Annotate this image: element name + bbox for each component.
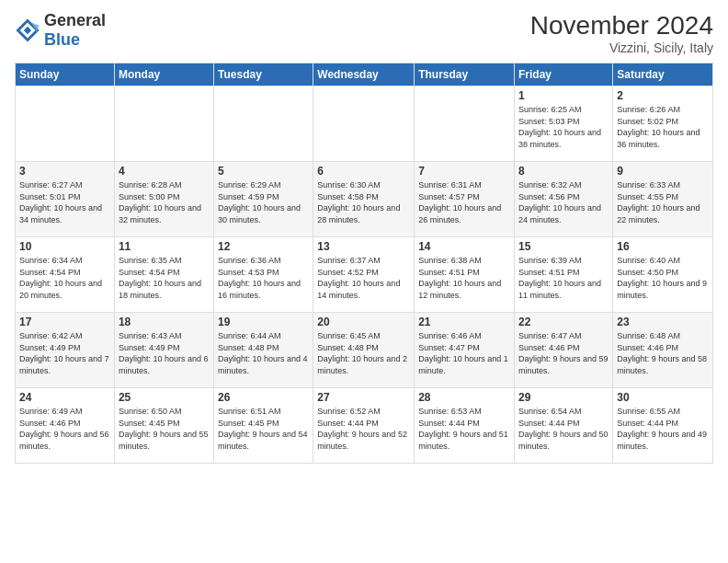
day-cell: 28Sunrise: 6:53 AM Sunset: 4:44 PM Dayli…	[415, 388, 515, 464]
day-number: 20	[317, 316, 410, 328]
col-wednesday: Wednesday	[313, 63, 415, 86]
day-info: Sunrise: 6:36 AM Sunset: 4:53 PM Dayligh…	[218, 255, 309, 301]
location-subtitle: Vizzini, Sicily, Italy	[530, 40, 713, 55]
day-info: Sunrise: 6:48 AM Sunset: 4:46 PM Dayligh…	[617, 330, 709, 376]
day-cell: 5Sunrise: 6:29 AM Sunset: 4:59 PM Daylig…	[214, 162, 313, 237]
day-cell: 27Sunrise: 6:52 AM Sunset: 4:44 PM Dayli…	[313, 388, 415, 464]
month-title: November 2024	[530, 11, 713, 40]
day-number: 30	[617, 391, 709, 404]
day-cell: 25Sunrise: 6:50 AM Sunset: 4:45 PM Dayli…	[114, 388, 213, 464]
day-cell: 20Sunrise: 6:45 AM Sunset: 4:48 PM Dayli…	[313, 313, 415, 388]
day-info: Sunrise: 6:26 AM Sunset: 5:02 PM Dayligh…	[617, 104, 709, 150]
day-info: Sunrise: 6:34 AM Sunset: 4:54 PM Dayligh…	[19, 255, 110, 301]
day-info: Sunrise: 6:55 AM Sunset: 4:44 PM Dayligh…	[617, 406, 709, 452]
day-cell: 15Sunrise: 6:39 AM Sunset: 4:51 PM Dayli…	[515, 237, 613, 313]
day-cell: 17Sunrise: 6:42 AM Sunset: 4:49 PM Dayli…	[16, 313, 115, 388]
day-cell: 11Sunrise: 6:35 AM Sunset: 4:54 PM Dayli…	[114, 237, 213, 313]
day-number: 3	[19, 165, 110, 178]
logo-text: General Blue	[44, 11, 106, 50]
day-number: 8	[518, 165, 609, 178]
day-cell: 18Sunrise: 6:43 AM Sunset: 4:49 PM Dayli…	[114, 313, 213, 388]
day-number: 14	[418, 240, 510, 253]
day-info: Sunrise: 6:30 AM Sunset: 4:58 PM Dayligh…	[317, 179, 410, 225]
day-cell: 24Sunrise: 6:49 AM Sunset: 4:46 PM Dayli…	[16, 388, 115, 464]
day-cell: 16Sunrise: 6:40 AM Sunset: 4:50 PM Dayli…	[613, 237, 713, 313]
week-row-5: 24Sunrise: 6:49 AM Sunset: 4:46 PM Dayli…	[16, 388, 713, 464]
day-number: 10	[19, 240, 110, 253]
day-info: Sunrise: 6:31 AM Sunset: 4:57 PM Dayligh…	[418, 179, 510, 225]
logo-icon	[15, 17, 40, 43]
day-cell: 14Sunrise: 6:38 AM Sunset: 4:51 PM Dayli…	[415, 237, 515, 313]
day-number: 23	[617, 316, 709, 328]
day-info: Sunrise: 6:47 AM Sunset: 4:46 PM Dayligh…	[518, 330, 609, 376]
day-number: 7	[418, 165, 510, 178]
day-cell: 22Sunrise: 6:47 AM Sunset: 4:46 PM Dayli…	[515, 313, 613, 388]
calendar: Sunday Monday Tuesday Wednesday Thursday…	[15, 63, 713, 464]
day-info: Sunrise: 6:35 AM Sunset: 4:54 PM Dayligh…	[119, 255, 210, 301]
week-row-4: 17Sunrise: 6:42 AM Sunset: 4:49 PM Dayli…	[16, 313, 713, 388]
day-cell: 21Sunrise: 6:46 AM Sunset: 4:47 PM Dayli…	[415, 313, 515, 388]
day-cell: 7Sunrise: 6:31 AM Sunset: 4:57 PM Daylig…	[415, 162, 515, 237]
day-info: Sunrise: 6:33 AM Sunset: 4:55 PM Dayligh…	[617, 179, 709, 225]
day-info: Sunrise: 6:40 AM Sunset: 4:50 PM Dayligh…	[617, 255, 709, 301]
col-friday: Friday	[515, 63, 613, 86]
day-info: Sunrise: 6:43 AM Sunset: 4:49 PM Dayligh…	[119, 330, 210, 376]
day-info: Sunrise: 6:49 AM Sunset: 4:46 PM Dayligh…	[19, 406, 110, 452]
col-saturday: Saturday	[613, 63, 713, 86]
day-cell: 29Sunrise: 6:54 AM Sunset: 4:44 PM Dayli…	[515, 388, 613, 464]
col-sunday: Sunday	[16, 63, 115, 86]
day-number: 1	[518, 89, 609, 102]
week-row-3: 10Sunrise: 6:34 AM Sunset: 4:54 PM Dayli…	[16, 237, 713, 313]
day-info: Sunrise: 6:53 AM Sunset: 4:44 PM Dayligh…	[418, 406, 510, 452]
day-info: Sunrise: 6:38 AM Sunset: 4:51 PM Dayligh…	[418, 255, 510, 301]
day-info: Sunrise: 6:32 AM Sunset: 4:56 PM Dayligh…	[518, 179, 609, 225]
day-number: 6	[317, 165, 410, 178]
day-number: 11	[119, 240, 210, 253]
logo-blue: Blue	[44, 30, 80, 49]
day-cell	[114, 86, 213, 162]
day-number: 5	[218, 165, 309, 178]
day-cell	[16, 86, 115, 162]
day-number: 2	[617, 89, 709, 102]
day-info: Sunrise: 6:27 AM Sunset: 5:01 PM Dayligh…	[19, 179, 110, 225]
day-number: 26	[218, 391, 309, 404]
day-number: 18	[119, 316, 210, 328]
day-info: Sunrise: 6:42 AM Sunset: 4:49 PM Dayligh…	[19, 330, 110, 376]
day-cell: 8Sunrise: 6:32 AM Sunset: 4:56 PM Daylig…	[515, 162, 613, 237]
day-info: Sunrise: 6:54 AM Sunset: 4:44 PM Dayligh…	[518, 406, 609, 452]
col-tuesday: Tuesday	[214, 63, 313, 86]
day-cell: 23Sunrise: 6:48 AM Sunset: 4:46 PM Dayli…	[613, 313, 713, 388]
day-cell: 10Sunrise: 6:34 AM Sunset: 4:54 PM Dayli…	[16, 237, 115, 313]
day-cell	[313, 86, 415, 162]
day-number: 24	[19, 391, 110, 404]
day-number: 27	[317, 391, 410, 404]
day-number: 29	[518, 391, 609, 404]
day-info: Sunrise: 6:28 AM Sunset: 5:00 PM Dayligh…	[119, 179, 210, 225]
day-info: Sunrise: 6:46 AM Sunset: 4:47 PM Dayligh…	[418, 330, 510, 376]
day-cell: 12Sunrise: 6:36 AM Sunset: 4:53 PM Dayli…	[214, 237, 313, 313]
day-cell: 26Sunrise: 6:51 AM Sunset: 4:45 PM Dayli…	[214, 388, 313, 464]
day-info: Sunrise: 6:52 AM Sunset: 4:44 PM Dayligh…	[317, 406, 410, 452]
day-number: 17	[19, 316, 110, 328]
day-number: 13	[317, 240, 410, 253]
col-thursday: Thursday	[415, 63, 515, 86]
logo-general: General	[44, 11, 106, 29]
day-number: 16	[617, 240, 709, 253]
day-number: 15	[518, 240, 609, 253]
day-info: Sunrise: 6:45 AM Sunset: 4:48 PM Dayligh…	[317, 330, 410, 376]
day-cell: 9Sunrise: 6:33 AM Sunset: 4:55 PM Daylig…	[613, 162, 713, 237]
week-row-2: 3Sunrise: 6:27 AM Sunset: 5:01 PM Daylig…	[16, 162, 713, 237]
day-cell: 30Sunrise: 6:55 AM Sunset: 4:44 PM Dayli…	[613, 388, 713, 464]
day-cell: 13Sunrise: 6:37 AM Sunset: 4:52 PM Dayli…	[313, 237, 415, 313]
day-number: 9	[617, 165, 709, 178]
day-cell: 2Sunrise: 6:26 AM Sunset: 5:02 PM Daylig…	[613, 86, 713, 162]
header: General Blue November 2024 Vizzini, Sici…	[15, 11, 713, 55]
day-info: Sunrise: 6:50 AM Sunset: 4:45 PM Dayligh…	[119, 406, 210, 452]
day-number: 19	[218, 316, 309, 328]
day-cell: 4Sunrise: 6:28 AM Sunset: 5:00 PM Daylig…	[114, 162, 213, 237]
day-info: Sunrise: 6:25 AM Sunset: 5:03 PM Dayligh…	[518, 104, 609, 150]
day-cell	[214, 86, 313, 162]
page: General Blue November 2024 Vizzini, Sici…	[0, 0, 728, 563]
day-info: Sunrise: 6:29 AM Sunset: 4:59 PM Dayligh…	[218, 179, 309, 225]
header-row: Sunday Monday Tuesday Wednesday Thursday…	[16, 63, 713, 86]
